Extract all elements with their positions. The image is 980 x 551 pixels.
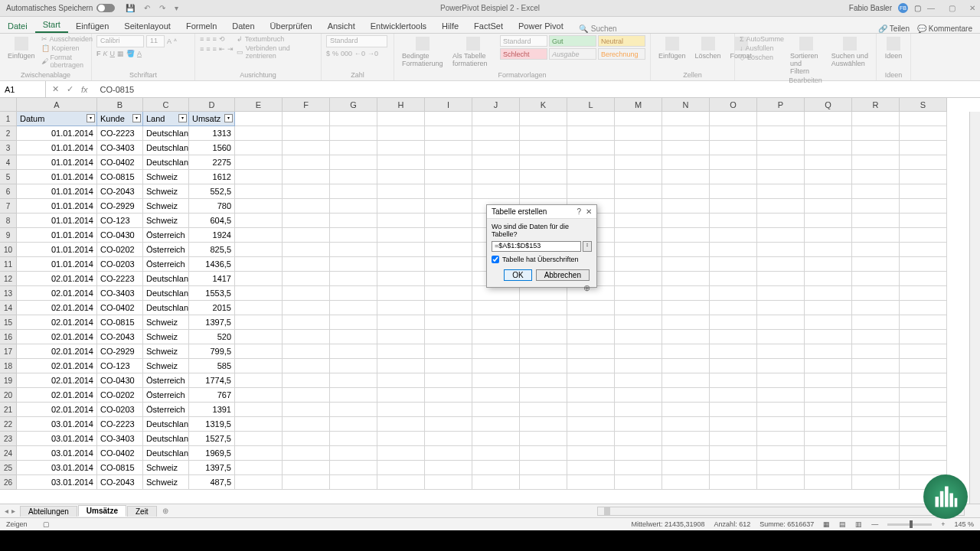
clear-button[interactable]: ◇ Löschen [740,54,784,61]
cut-button[interactable]: ✂ Ausschneiden [41,35,93,43]
cell[interactable] [377,403,425,417]
cell[interactable] [567,126,615,141]
cell[interactable] [615,199,662,214]
cell[interactable] [425,432,472,446]
cell[interactable] [662,228,710,243]
cell[interactable]: Österreich [143,403,189,417]
cell[interactable] [567,446,615,461]
cell[interactable] [425,330,472,344]
cell[interactable]: 520 [189,330,235,344]
cell[interactable]: 1612 [189,170,235,184]
cell[interactable] [852,272,900,286]
cell[interactable] [377,272,425,286]
cell[interactable] [805,184,852,199]
cell[interactable] [615,126,662,141]
cell[interactable] [662,417,710,432]
cell[interactable] [377,112,425,126]
cell[interactable] [235,199,283,214]
cell[interactable] [235,286,283,301]
cell[interactable]: Deutschlan [143,155,189,170]
zoom-out-icon[interactable]: — [871,520,878,528]
cell-styles-gallery[interactable]: Standard Gut Neutral Schlecht Ausgabe Be… [500,35,645,60]
cell[interactable] [283,432,330,446]
cell[interactable] [377,432,425,446]
cell[interactable] [330,475,377,490]
cell[interactable]: 1553,5 [189,286,235,301]
cell[interactable] [757,315,805,330]
cell[interactable] [425,272,472,286]
cell[interactable] [567,170,615,184]
cell[interactable] [757,199,805,214]
dialog-headers-checkbox[interactable]: Tabelle hat Überschriften [492,256,592,263]
cell[interactable] [283,170,330,184]
search-box[interactable]: 🔍 Suchen [579,24,617,33]
cell[interactable] [235,475,283,490]
cell[interactable] [283,126,330,141]
cell[interactable] [710,286,757,301]
cell[interactable] [235,446,283,461]
col-header[interactable]: O [710,98,757,112]
cell[interactable] [852,373,900,388]
cell[interactable] [805,373,852,388]
col-header[interactable]: F [283,98,330,112]
undo-icon[interactable]: ↶ [144,4,150,12]
cell[interactable] [235,403,283,417]
cell[interactable]: 1319,5 [189,417,235,432]
cell[interactable] [900,155,947,170]
cell[interactable] [377,141,425,155]
cell[interactable] [425,228,472,243]
cell[interactable]: 2015 [189,301,235,315]
cell[interactable] [615,301,662,315]
cell[interactable] [757,475,805,490]
fill-color-icon[interactable]: 🪣 [126,50,135,57]
cell[interactable] [330,199,377,214]
cell[interactable] [472,475,520,490]
cell[interactable] [425,344,472,359]
sheet-tab-umsaetze[interactable]: Umsätze [78,505,126,517]
cell[interactable] [662,373,710,388]
cell[interactable] [425,199,472,214]
cell[interactable]: CO-3403 [97,286,143,301]
cell[interactable] [805,228,852,243]
cell[interactable] [852,199,900,214]
cell[interactable] [757,272,805,286]
cell[interactable] [710,344,757,359]
cell[interactable] [283,286,330,301]
cell[interactable] [805,199,852,214]
find-select-button[interactable]: Suchen und Auswählen [828,35,871,69]
cell[interactable]: CO-0402 [97,446,143,461]
cell[interactable]: 1969,5 [189,446,235,461]
col-header[interactable]: B [97,98,143,112]
cell[interactable]: 03.01.2014 [17,461,97,475]
cell[interactable] [425,417,472,432]
cell[interactable] [805,432,852,446]
tab-datei[interactable]: Datei [0,19,35,33]
cell[interactable] [520,461,567,475]
cell[interactable] [330,315,377,330]
sort-filter-button[interactable]: Sortieren und Filtern [787,35,825,77]
cell[interactable]: Schweiz [143,475,189,490]
cell[interactable] [425,184,472,199]
cell[interactable] [710,126,757,141]
cell[interactable] [805,475,852,490]
cell[interactable] [567,286,615,301]
align-left-icon[interactable]: ≡ [200,45,204,53]
sheet-tab-zeit[interactable]: Zeit [127,506,157,517]
cell[interactable] [662,359,710,373]
cell[interactable]: Deutschlan [143,301,189,315]
cell[interactable] [710,155,757,170]
cell[interactable] [757,257,805,272]
cell[interactable] [710,214,757,228]
cell[interactable]: 01.01.2014 [17,257,97,272]
cell[interactable] [283,403,330,417]
cell[interactable] [852,461,900,475]
cell[interactable] [615,388,662,403]
cell[interactable] [757,373,805,388]
cell[interactable]: 03.01.2014 [17,432,97,446]
cell[interactable] [235,344,283,359]
cell[interactable] [710,301,757,315]
cell[interactable] [283,214,330,228]
cell[interactable] [235,126,283,141]
cell[interactable] [900,243,947,257]
cell[interactable] [377,184,425,199]
